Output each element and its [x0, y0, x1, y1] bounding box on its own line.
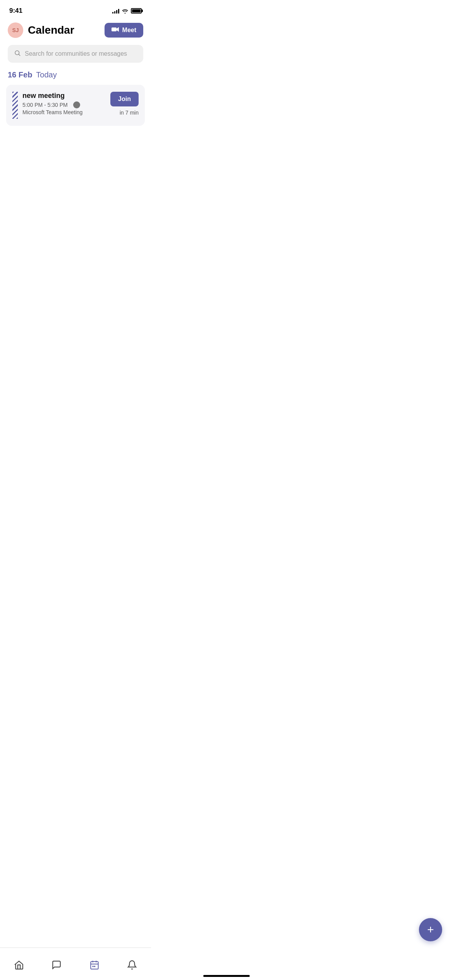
header: SJ Calendar Meet	[0, 19, 151, 43]
time-until: in 7 min	[120, 110, 139, 116]
today-label: Today	[36, 70, 57, 79]
svg-rect-0	[112, 27, 117, 31]
status-time: 9:41	[9, 7, 22, 15]
search-bar[interactable]: Search for communities or messages	[8, 45, 143, 63]
meet-button-label: Meet	[122, 27, 136, 34]
battery-icon	[131, 8, 142, 14]
meeting-time: 5:00 PM - 5:30 PM	[22, 101, 103, 108]
avatar[interactable]: SJ	[8, 22, 23, 38]
meeting-stripe-pattern	[12, 92, 18, 119]
meeting-type: Microsoft Teams Meeting	[22, 109, 103, 115]
status-bar: 9:41	[0, 0, 151, 19]
join-button[interactable]: Join	[110, 92, 139, 106]
video-icon	[112, 27, 119, 34]
date-section: 16 Feb Today	[0, 69, 151, 85]
meet-button[interactable]: Meet	[105, 23, 143, 38]
meeting-status-dot	[73, 101, 80, 108]
date-label: 16 Feb	[8, 70, 32, 79]
search-icon	[14, 50, 21, 58]
status-icons	[112, 8, 142, 14]
meeting-card[interactable]: new meeting 5:00 PM - 5:30 PM Microsoft …	[6, 85, 145, 126]
signal-bars-icon	[112, 8, 119, 14]
meeting-actions: Join in 7 min	[108, 92, 139, 116]
page-title: Calendar	[28, 24, 74, 36]
meeting-info: new meeting 5:00 PM - 5:30 PM Microsoft …	[22, 92, 103, 115]
main-content	[0, 126, 151, 281]
search-placeholder: Search for communities or messages	[25, 50, 127, 57]
wifi-icon	[122, 9, 129, 14]
header-left: SJ Calendar	[8, 22, 74, 38]
search-container: Search for communities or messages	[0, 43, 151, 69]
meeting-title: new meeting	[22, 92, 103, 100]
